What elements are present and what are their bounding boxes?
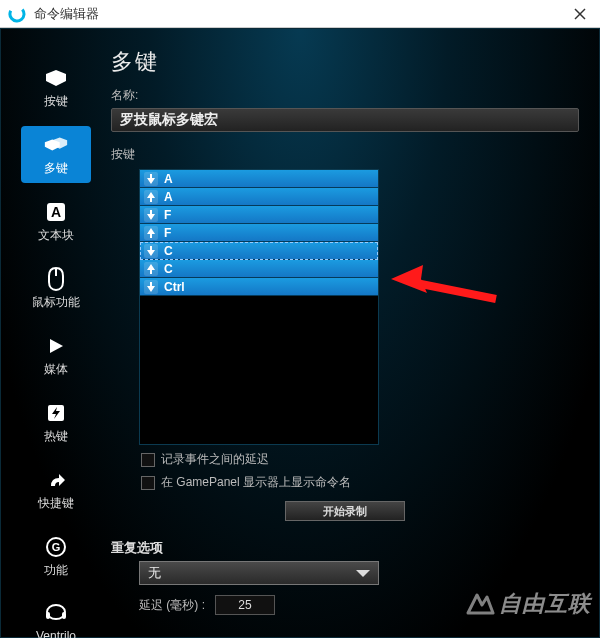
sidebar-item-keystroke[interactable]: 按键	[21, 59, 91, 116]
svg-marker-16	[147, 210, 155, 220]
gamepanel-checkbox[interactable]	[141, 476, 155, 490]
svg-marker-18	[147, 246, 155, 256]
keystroke-row[interactable]: C	[140, 242, 378, 260]
close-icon	[574, 8, 586, 20]
name-field-row: 名称:	[111, 87, 579, 132]
svg-marker-14	[147, 174, 155, 184]
svg-marker-15	[147, 192, 155, 202]
arrow-up-icon	[144, 262, 158, 276]
name-label: 名称:	[111, 87, 579, 104]
svg-text:A: A	[51, 204, 61, 220]
keystroke-key: Ctrl	[164, 280, 185, 294]
sidebar-item-mousefn[interactable]: 鼠标功能	[21, 260, 91, 317]
arrow-down-icon	[144, 208, 158, 222]
sidebar-item-label: Ventrilo	[36, 629, 76, 638]
lightning-icon	[43, 402, 69, 424]
keystroke-key: A	[164, 172, 173, 186]
svg-rect-13	[62, 612, 66, 619]
sidebar-item-media[interactable]: 媒体	[21, 327, 91, 384]
sidebar-item-label: 快捷键	[38, 495, 74, 512]
svg-marker-21	[356, 570, 370, 577]
chevron-down-icon	[356, 566, 370, 581]
logitech-logo-icon	[6, 3, 28, 25]
delay-input[interactable]	[215, 595, 275, 615]
headset-icon	[43, 603, 69, 625]
gear-icon: G	[43, 536, 69, 558]
keystroke-row[interactable]: Ctrl	[140, 278, 378, 296]
key-icon	[43, 67, 69, 89]
repeat-section: 重复选项 无 延迟 (毫秒) :	[111, 539, 579, 615]
window-title: 命令编辑器	[34, 5, 560, 23]
play-icon	[43, 335, 69, 357]
delay-row: 延迟 (毫秒) :	[139, 595, 579, 615]
svg-marker-19	[147, 264, 155, 274]
sidebar-item-label: 鼠标功能	[32, 294, 80, 311]
gamepanel-row: 在 GamePanel 显示器上显示命令名	[141, 474, 579, 491]
multikey-icon	[43, 134, 69, 156]
keystroke-row[interactable]: F	[140, 224, 378, 242]
titlebar: 命令编辑器	[0, 0, 600, 28]
keystroke-key: C	[164, 262, 173, 276]
keystroke-row[interactable]: A	[140, 170, 378, 188]
macro-name-input[interactable]	[111, 108, 579, 132]
arrow-down-icon	[144, 280, 158, 294]
record-delay-row: 记录事件之间的延迟	[141, 451, 579, 468]
keystroke-key: F	[164, 208, 171, 222]
delay-label: 延迟 (毫秒) :	[139, 597, 205, 614]
repeat-value: 无	[148, 564, 161, 582]
keystroke-key: F	[164, 226, 171, 240]
sidebar: 按键 多键 A 文本块 鼠标功能	[1, 29, 111, 637]
mouse-icon	[43, 268, 69, 290]
svg-marker-6	[50, 339, 63, 353]
sidebar-item-hotkey[interactable]: 热键	[21, 394, 91, 451]
svg-point-0	[7, 4, 27, 24]
close-button[interactable]	[560, 0, 600, 28]
svg-marker-17	[147, 228, 155, 238]
start-record-button[interactable]: 开始录制	[285, 501, 405, 521]
repeat-select[interactable]: 无	[139, 561, 379, 585]
sidebar-item-textblock[interactable]: A 文本块	[21, 193, 91, 250]
sidebar-item-label: 媒体	[44, 361, 68, 378]
arrow-down-icon	[144, 172, 158, 186]
sidebar-item-label: 多键	[44, 160, 68, 177]
keystroke-row[interactable]: F	[140, 206, 378, 224]
content-pane: 多键 名称: 按键 A A F F	[111, 29, 599, 637]
keystroke-row[interactable]: A	[140, 188, 378, 206]
svg-text:G: G	[52, 541, 61, 553]
sidebar-item-label: 热键	[44, 428, 68, 445]
keystroke-list[interactable]: A A F F C C Ct	[139, 169, 379, 445]
sidebar-item-ventrilo[interactable]: Ventrilo	[21, 595, 91, 638]
svg-rect-12	[46, 612, 50, 619]
record-delay-label: 记录事件之间的延迟	[161, 451, 269, 468]
sidebar-item-label: 文本块	[38, 227, 74, 244]
sidebar-item-shortcut[interactable]: 快捷键	[21, 461, 91, 518]
sidebar-item-multikey[interactable]: 多键	[21, 126, 91, 183]
repeat-heading: 重复选项	[111, 539, 579, 557]
sidebar-item-label: 按键	[44, 93, 68, 110]
sidebar-item-function[interactable]: G 功能	[21, 528, 91, 585]
svg-marker-20	[147, 282, 155, 292]
arrow-up-icon	[144, 190, 158, 204]
page-title: 多键	[111, 47, 579, 77]
textblock-icon: A	[43, 201, 69, 223]
arrow-up-icon	[144, 226, 158, 240]
arrow-down-icon	[144, 244, 158, 258]
keystrokes-label: 按键	[111, 146, 579, 163]
keystroke-key: C	[164, 244, 173, 258]
sidebar-item-label: 功能	[44, 562, 68, 579]
record-delay-checkbox[interactable]	[141, 453, 155, 467]
gamepanel-label: 在 GamePanel 显示器上显示命令名	[161, 474, 351, 491]
keystroke-row[interactable]: C	[140, 260, 378, 278]
keystroke-key: A	[164, 190, 173, 204]
shortcut-arrow-icon	[43, 469, 69, 491]
window-body: 按键 多键 A 文本块 鼠标功能	[0, 28, 600, 638]
